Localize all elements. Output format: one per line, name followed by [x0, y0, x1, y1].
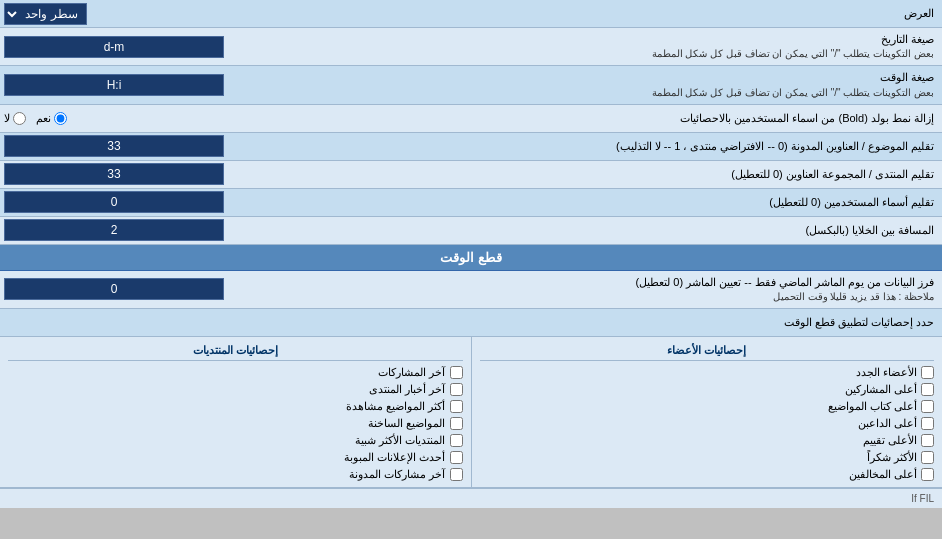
stat-hot-topics: المواضيع الساخنة: [8, 415, 463, 432]
time-format-input[interactable]: [4, 74, 224, 96]
stat-top-rated-checkbox[interactable]: [921, 434, 934, 447]
stat-top-posters-checkbox[interactable]: [921, 383, 934, 396]
remove-bold-no-label[interactable]: لا: [4, 112, 26, 125]
stat-noted-posts-label: آخر مشاركات المدونة: [349, 468, 445, 481]
forum-stats-header: إحصائيات المنتديات: [8, 341, 463, 361]
stat-top-visitors-checkbox[interactable]: [921, 468, 934, 481]
stat-forum-news-label: آخر أخبار المنتدى: [369, 383, 445, 396]
stat-hot-topics-checkbox[interactable]: [450, 417, 463, 430]
cell-spacing-row: المسافة بين الخلايا (بالبكسل): [0, 217, 942, 245]
date-format-input-cell: [0, 34, 280, 60]
date-format-input[interactable]: [4, 36, 224, 58]
remove-bold-input-cell: نعم لا: [0, 110, 280, 127]
stat-top-posters: أعلى المشاركين: [480, 381, 935, 398]
member-stats-col: إحصائيات الأعضاء الأعضاء الجدد أعلى المش…: [471, 337, 943, 487]
stat-top-online-label: أعلى الداعبن: [858, 417, 917, 430]
main-container: العرض سطر واحد سطران ثلاثة أسطر صيغة الت…: [0, 0, 942, 508]
stat-top-visitors: أعلى المخالفين: [480, 466, 935, 483]
stat-last-posts: آخر المشاركات: [8, 364, 463, 381]
cutoff-days-label: فرز البيانات من يوم الماشر الماضي فقط --…: [280, 271, 942, 308]
forum-title-limit-label: تقليم المنتدى / المجموعة العناوين (0 للت…: [280, 163, 942, 186]
remove-bold-label: إزالة نمط بولد (Bold) من اسماء المستخدمي…: [280, 107, 942, 130]
cutoff-days-row: فرز البيانات من يوم الماشر الماضي فقط --…: [0, 271, 942, 309]
stats-apply-row: حدد إحصائيات لتطبيق قطع الوقت: [0, 309, 942, 337]
stat-new-members-checkbox[interactable]: [921, 366, 934, 379]
title-row: العرض سطر واحد سطران ثلاثة أسطر: [0, 0, 942, 28]
stat-most-thanked-checkbox[interactable]: [921, 451, 934, 464]
stat-top-visitors-label: أعلى المخالفين: [849, 468, 917, 481]
topic-title-limit-row: تقليم الموضوع / العناوين المدونة (0 -- ا…: [0, 133, 942, 161]
remove-bold-yes-radio[interactable]: [54, 112, 67, 125]
stat-top-writers: أعلى كتاب المواضيع: [480, 398, 935, 415]
forum-title-limit-row: تقليم المنتدى / المجموعة العناوين (0 للت…: [0, 161, 942, 189]
topic-title-limit-input[interactable]: [4, 135, 224, 157]
stat-forum-news-checkbox[interactable]: [450, 383, 463, 396]
stat-latest-ads-label: أحدث الإعلانات المبوبة: [344, 451, 445, 464]
username-limit-row: تقليم أسماء المستخدمين (0 للتعطيل): [0, 189, 942, 217]
topic-title-limit-label: تقليم الموضوع / العناوين المدونة (0 -- ا…: [280, 135, 942, 158]
stat-last-posts-checkbox[interactable]: [450, 366, 463, 379]
stat-top-writers-label: أعلى كتاب المواضيع: [828, 400, 917, 413]
stat-forum-news: آخر أخبار المنتدى: [8, 381, 463, 398]
display-mode-select[interactable]: سطر واحد سطران ثلاثة أسطر: [4, 3, 87, 25]
stat-hot-topics-label: المواضيع الساخنة: [368, 417, 445, 430]
remove-bold-radio-group: نعم لا: [4, 112, 67, 125]
stat-new-members-label: الأعضاء الجدد: [856, 366, 917, 379]
topic-title-limit-input-cell: [0, 133, 280, 159]
stat-top-online-checkbox[interactable]: [921, 417, 934, 430]
stat-new-members: الأعضاء الجدد: [480, 364, 935, 381]
remove-bold-row: إزالة نمط بولد (Bold) من اسماء المستخدمي…: [0, 105, 942, 133]
stat-top-rated: الأعلى تقييم: [480, 432, 935, 449]
date-format-row: صيغة التاريخ بعض التكوينات يتطلب "/" الت…: [0, 28, 942, 66]
stat-most-viewed-label: أكثر المواضيع مشاهدة: [346, 400, 445, 413]
stat-top-rated-label: الأعلى تقييم: [863, 434, 917, 447]
username-limit-label: تقليم أسماء المستخدمين (0 للتعطيل): [280, 191, 942, 214]
cell-spacing-label: المسافة بين الخلايا (بالبكسل): [280, 219, 942, 242]
remove-bold-yes-label[interactable]: نعم: [36, 112, 67, 125]
forum-title-limit-input-cell: [0, 161, 280, 187]
stat-similar-forums: المنتديات الأكثر شبية: [8, 432, 463, 449]
time-format-row: صيغة الوقت بعض التكوينات يتطلب "/" التي …: [0, 66, 942, 104]
cell-spacing-input-cell: [0, 217, 280, 243]
stat-last-posts-label: آخر المشاركات: [378, 366, 445, 379]
stat-most-thanked-label: الأكثر شكراً: [867, 451, 917, 464]
stat-similar-forums-checkbox[interactable]: [450, 434, 463, 447]
cutoff-days-input-cell: [0, 276, 280, 302]
stat-most-viewed: أكثر المواضيع مشاهدة: [8, 398, 463, 415]
footer-note-text: If FIL: [911, 493, 934, 504]
time-format-label: صيغة الوقت بعض التكوينات يتطلب "/" التي …: [280, 66, 942, 103]
remove-bold-no-radio[interactable]: [13, 112, 26, 125]
stat-noted-posts: آخر مشاركات المدونة: [8, 466, 463, 483]
stat-top-writers-checkbox[interactable]: [921, 400, 934, 413]
stat-most-thanked: الأكثر شكراً: [480, 449, 935, 466]
stats-apply-label: حدد إحصائيات لتطبيق قطع الوقت: [280, 311, 942, 334]
member-stats-header: إحصائيات الأعضاء: [480, 341, 935, 361]
stat-top-online: أعلى الداعبن: [480, 415, 935, 432]
page-title: العرض: [280, 2, 942, 25]
cutoff-days-input[interactable]: [4, 278, 224, 300]
username-limit-input[interactable]: [4, 191, 224, 213]
date-format-label: صيغة التاريخ بعض التكوينات يتطلب "/" الت…: [280, 28, 942, 65]
display-mode-cell: سطر واحد سطران ثلاثة أسطر: [0, 1, 280, 27]
stat-latest-ads: أحدث الإعلانات المبوبة: [8, 449, 463, 466]
stat-most-viewed-checkbox[interactable]: [450, 400, 463, 413]
username-limit-input-cell: [0, 189, 280, 215]
stat-similar-forums-label: المنتديات الأكثر شبية: [355, 434, 445, 447]
stats-apply-cell: [0, 321, 280, 325]
stat-top-posters-label: أعلى المشاركين: [845, 383, 917, 396]
cutoff-section-header: قطع الوقت: [0, 245, 942, 271]
stats-columns-container: إحصائيات الأعضاء الأعضاء الجدد أعلى المش…: [0, 337, 942, 488]
footer-note: If FIL: [0, 488, 942, 508]
stat-noted-posts-checkbox[interactable]: [450, 468, 463, 481]
cell-spacing-input[interactable]: [4, 219, 224, 241]
time-format-input-cell: [0, 72, 280, 98]
stat-latest-ads-checkbox[interactable]: [450, 451, 463, 464]
forum-stats-col: إحصائيات المنتديات آخر المشاركات آخر أخب…: [0, 337, 471, 487]
forum-title-limit-input[interactable]: [4, 163, 224, 185]
